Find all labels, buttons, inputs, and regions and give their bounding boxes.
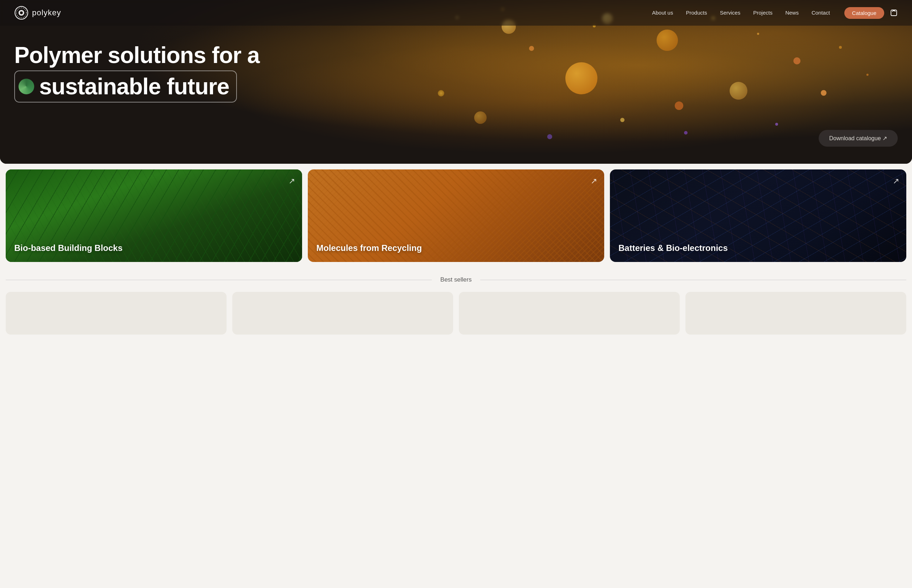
card-arrow-recycling: ↗ xyxy=(591,176,597,186)
nav-news[interactable]: News xyxy=(785,10,799,16)
nav-products[interactable]: Products xyxy=(686,10,707,16)
product-card-1[interactable] xyxy=(6,292,227,334)
card-label-batteries: Batteries & Bio-electronics xyxy=(619,243,728,254)
navbar: polykey About us Products Services Proje… xyxy=(0,0,912,26)
card-label-recycling: Molecules from Recycling xyxy=(316,243,422,254)
feature-cards-section: ↗ Bio-based Building Blocks ↗ Molecules … xyxy=(0,164,912,262)
card-batteries[interactable]: ↗ Batteries & Bio-electronics xyxy=(610,170,906,262)
cart-icon[interactable] xyxy=(890,9,898,17)
nav-services[interactable]: Services xyxy=(720,10,741,16)
divider-right xyxy=(480,280,906,280)
hero-title-line2-wrap: sustainable future xyxy=(14,71,237,102)
product-cards-row xyxy=(6,292,906,334)
hero-title-line1: Polymer solutions for a xyxy=(14,43,898,68)
logo-text: polykey xyxy=(32,8,61,18)
leaf-icon xyxy=(18,79,34,94)
product-card-3[interactable] xyxy=(459,292,680,334)
nav-right: Catalogue xyxy=(844,7,898,19)
card-arrow-bio: ↗ xyxy=(288,176,295,186)
card-recycling[interactable]: ↗ Molecules from Recycling xyxy=(308,170,604,262)
product-card-4[interactable] xyxy=(685,292,906,334)
svg-point-3 xyxy=(20,11,23,14)
logo-link[interactable]: polykey xyxy=(14,6,61,20)
logo-icon xyxy=(14,6,29,20)
nav-contact[interactable]: Contact xyxy=(812,10,830,16)
card-label-bio: Bio-based Building Blocks xyxy=(14,243,123,254)
divider-left xyxy=(6,280,432,280)
best-sellers-header: Best sellers xyxy=(6,276,906,283)
nav-about[interactable]: About us xyxy=(652,10,673,16)
download-catalogue-button[interactable]: Download catalogue ↗ xyxy=(819,130,898,147)
best-sellers-section: Best sellers xyxy=(0,262,912,342)
product-card-2[interactable] xyxy=(232,292,453,334)
nav-projects[interactable]: Projects xyxy=(753,10,772,16)
hero-title-line2: sustainable future xyxy=(39,73,229,100)
catalogue-button[interactable]: Catalogue xyxy=(844,7,884,19)
best-sellers-title: Best sellers xyxy=(432,276,480,283)
card-arrow-batteries: ↗ xyxy=(893,176,899,186)
nav-links: About us Products Services Projects News… xyxy=(652,10,830,16)
card-bio-based[interactable]: ↗ Bio-based Building Blocks xyxy=(6,170,302,262)
